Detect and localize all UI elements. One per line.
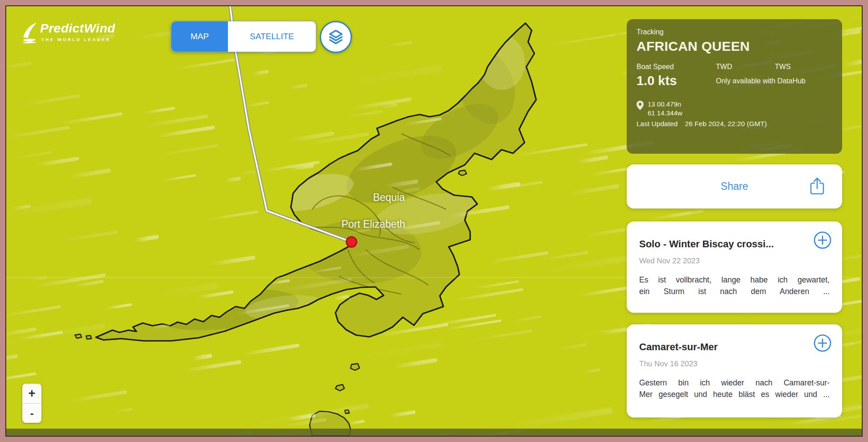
- boat-name: AFRICAN QUEEN: [637, 39, 832, 54]
- share-icon: [809, 177, 825, 196]
- post-date: Thu Nov 16 2023: [639, 360, 830, 368]
- datahub-note: Only available with DataHub: [716, 77, 832, 85]
- post-title: Solo - Winter Biscay crossi...: [639, 238, 830, 250]
- post-date: Wed Nov 22 2023: [639, 257, 830, 266]
- zoom-out-button[interactable]: -: [22, 404, 41, 423]
- blog-post-card[interactable]: Solo - Winter Biscay crossi... Wed Nov 2…: [627, 221, 842, 313]
- predictwind-tracking-page: { "logo": { "brand": "PredictWind", "tag…: [0, 0, 868, 442]
- tws-label: TWS: [775, 63, 832, 71]
- post-excerpt: Gestern bin ich wieder nach Camaret-sur-…: [639, 377, 830, 401]
- layers-button[interactable]: [320, 21, 352, 53]
- sail-icon: [21, 22, 37, 45]
- map-label-bequia: Bequia: [373, 192, 405, 204]
- plus-circle-icon: [814, 231, 831, 249]
- island-bequia: [96, 23, 536, 341]
- boat-speed-value: 1.0 kts: [637, 74, 716, 88]
- post-title: Camaret-sur-Mer: [639, 341, 830, 353]
- zoom-in-button[interactable]: +: [22, 384, 41, 404]
- brand-tagline: THE WORLD LEADER: [41, 37, 116, 42]
- map-zoom-control: + -: [22, 384, 41, 423]
- share-label: Share: [721, 180, 748, 192]
- expand-post-button[interactable]: [814, 334, 831, 352]
- twd-label: TWD: [716, 63, 775, 71]
- map-canvas[interactable]: Bequia Port Elizabeth PredictWind THE WO…: [5, 5, 863, 437]
- share-button[interactable]: Share: [627, 164, 842, 209]
- map-type-toggle: MAP SATELLITE: [171, 21, 316, 52]
- longitude-value: 61 14.344w: [648, 109, 682, 118]
- plus-circle-icon: [814, 334, 831, 352]
- map-attribution-band: [6, 429, 862, 436]
- blog-post-card[interactable]: Camaret-sur-Mer Thu Nov 16 2023 Gestern …: [627, 324, 842, 417]
- post-excerpt: Es ist vollbracht, lange habe ich gewart…: [639, 274, 830, 298]
- boat-speed-label: Boat Speed: [637, 63, 716, 71]
- brand-name: PredictWind: [40, 22, 116, 35]
- map-label-port-elizabeth: Port Elizabeth: [341, 218, 405, 230]
- expand-post-button[interactable]: [814, 231, 831, 249]
- location-pin-icon: [637, 101, 644, 110]
- tracking-heading: Tracking: [637, 28, 832, 36]
- predictwind-logo: PredictWind THE WORLD LEADER: [21, 22, 116, 45]
- tracking-info-panel: Tracking AFRICAN QUEEN Boat Speed TWD TW…: [627, 19, 842, 154]
- tab-map[interactable]: MAP: [171, 21, 228, 52]
- last-updated-value: 26 Feb 2024, 22:20 (GMT): [685, 120, 767, 127]
- tab-satellite[interactable]: SATELLITE: [228, 21, 316, 52]
- boat-position-marker[interactable]: [346, 236, 357, 248]
- layers-icon: [327, 28, 345, 46]
- latitude-value: 13 00.479n: [648, 100, 682, 109]
- tracking-sidebar: Tracking AFRICAN QUEEN Boat Speed TWD TW…: [627, 19, 842, 417]
- last-updated-label: Last Updated: [637, 120, 678, 127]
